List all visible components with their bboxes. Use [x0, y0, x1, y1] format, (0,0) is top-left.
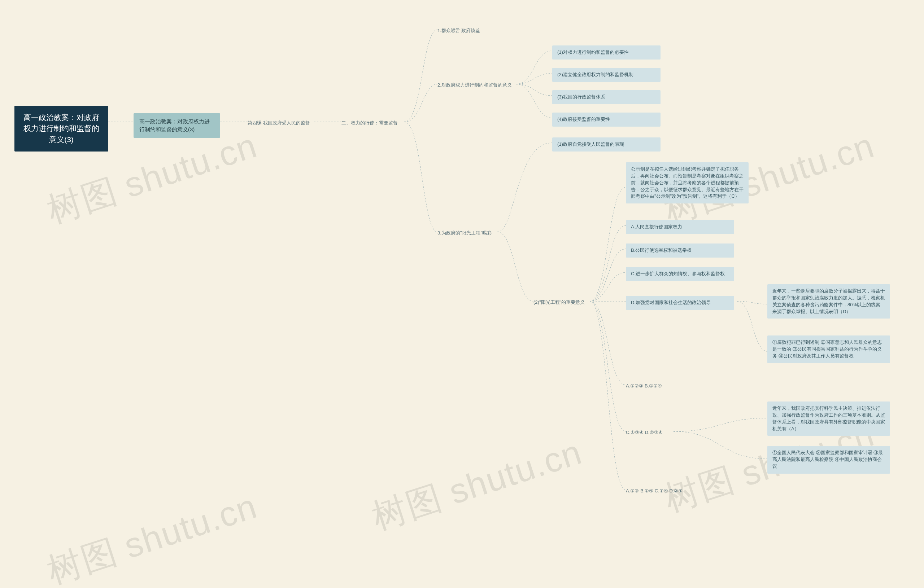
node-q2-row2[interactable]: C.①③④ D.②③④ — [626, 428, 663, 437]
node-q1-stem[interactable]: 公示制是在拟任人选经过组织考察并确定了拟任职务后，再向社会公布。而预告制是考察对… — [626, 162, 749, 203]
watermark: 树图 shutu.cn — [366, 429, 588, 541]
node-q2-row1[interactable]: A.①②③ B.①②④ — [626, 382, 662, 390]
node-s2-c4[interactable]: (4)政府接受监督的重要性 — [552, 112, 660, 127]
node-s3[interactable]: 3.为政府的"阳光工程"喝彩 — [437, 229, 492, 237]
root-node[interactable]: 高一政治教案：对政府权力进行制约和监督的意义(3) — [15, 106, 108, 152]
node-q2-stem[interactable]: 近年来，一些身居要职的腐败分子被揭露出来，得益于群众的举报和国家惩治腐败力度的加… — [767, 284, 890, 318]
node-q1-optB[interactable]: B.公民行使选举权和被选举权 — [626, 244, 734, 258]
node-chapter[interactable]: 第四课 我国政府受人民的监督 — [248, 119, 310, 127]
node-s2-c3[interactable]: (3)我国的行政监督体系 — [552, 90, 660, 104]
watermark: 树图 shutu.cn — [41, 483, 263, 588]
node-q1-optC[interactable]: C.进一步扩大群众的知情权、参与权和监督权 — [626, 267, 734, 281]
node-lesson-title[interactable]: 高一政治教案：对政府权力进行制约和监督的意义(3) — [134, 113, 220, 138]
node-s3-c2[interactable]: (2)"阳光工程"的重要意义 — [533, 298, 585, 306]
node-q3-opts[interactable]: ①全国人民代表大会 ②国家监察部和国家审计署 ③最高人民法院和最高人民检察院 ④… — [767, 446, 890, 474]
node-q3-stem[interactable]: 近年来，我国政府把实行科学民主决策、推进依法行政、加强行政监督作为政府工作的三项… — [767, 402, 890, 436]
mindmap-canvas: 树图 shutu.cn 树图 shutu.cn 树图 shutu.cn 树图 s… — [0, 0, 924, 588]
node-q1-optD[interactable]: D.加强党对国家和社会生活的政治领导 — [626, 296, 734, 310]
node-q1-optA[interactable]: A.人民直接行使国家权力 — [626, 220, 734, 234]
node-s2-c2[interactable]: (2)建立健全政府权力制约和监督机制 — [552, 68, 660, 82]
node-q3-row[interactable]: A.①③ B.①④ C.①④ D.②④ — [626, 487, 683, 495]
node-q2-opts[interactable]: ①腐败犯罪已得到遏制 ②国家意志和人民群众的意志是一致的 ③公民有同损害国家利益… — [767, 336, 890, 363]
node-s3-c1[interactable]: (1)政府自觉接受人民监督的表现 — [552, 137, 660, 152]
node-s2[interactable]: 2.对政府权力进行制约和监督的意义 — [437, 81, 512, 89]
node-s1[interactable]: 1.群众喉舌 政府镜鉴 — [437, 27, 480, 35]
node-s2-c1[interactable]: (1)对权力进行制约和监督的必要性 — [552, 46, 660, 59]
node-section-2[interactable]: 二、权力的行使：需要监督 — [342, 119, 398, 127]
